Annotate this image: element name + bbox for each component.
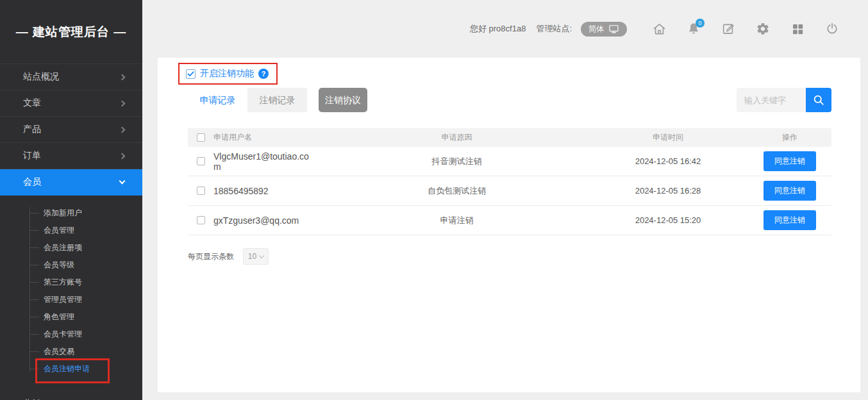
username-cell: VlgcMuser1@toutiao.com <box>213 151 315 172</box>
language-label: 简体 <box>588 24 604 35</box>
header-username: 申请用户名 <box>213 132 326 143</box>
search-button[interactable] <box>806 88 831 112</box>
notification-badge: 0 <box>696 19 705 28</box>
submenu-item[interactable]: 角色管理 <box>0 308 142 326</box>
sidebar-item[interactable]: 会员 <box>0 169 142 196</box>
sidebar-item-label: 产品 <box>23 124 41 135</box>
username-cell: gxTzguser3@qq.com <box>213 215 299 226</box>
sidebar-item-label: 订单 <box>23 150 41 162</box>
chevron-icon <box>119 153 126 159</box>
user-greeting: 您好 pro8cf1a8 <box>470 23 526 35</box>
enable-logout-label[interactable]: 开启注销功能 <box>200 68 254 79</box>
monitor-icon <box>608 24 619 34</box>
home-icon <box>652 22 667 37</box>
sidebar-item[interactable]: 订单 <box>0 143 142 169</box>
chevron-down-icon <box>259 253 264 258</box>
notifications-button[interactable]: 0 <box>686 21 701 37</box>
sidebar-item-distribution[interactable]: 分销 <box>0 390 142 400</box>
table-header-row: 申请用户名 申请原因 申请时间 操作 <box>188 128 831 147</box>
enable-logout-checkbox[interactable] <box>186 69 196 79</box>
search-icon <box>812 93 826 107</box>
reason-cell: 抖音测试注销 <box>326 156 588 167</box>
username-cell: 18856495892 <box>213 186 269 196</box>
logout-button[interactable] <box>824 21 840 37</box>
submenu-item-label: 角色管理 <box>44 312 74 321</box>
settings-button[interactable] <box>755 21 771 37</box>
approve-logout-button[interactable]: 同意注销 <box>764 181 816 201</box>
topbar: 您好 pro8cf1a8 管理站点: 简体 0 <box>142 0 868 58</box>
submenu-item-label: 添加新用户 <box>44 208 82 217</box>
submenu-item[interactable]: 会员卡管理 <box>0 326 142 343</box>
apps-button[interactable] <box>790 21 805 37</box>
chevron-icon <box>119 126 126 133</box>
submenu-item-label: 会员注销申请 <box>44 364 90 373</box>
gear-icon <box>756 22 770 36</box>
sidebar-item[interactable]: 产品 <box>0 117 142 143</box>
page-size-select[interactable]: 10 <box>243 248 269 265</box>
search-box <box>737 88 831 112</box>
content-card: 开启注销功能 ? 申请记录 注销记录 注销协议 申请用户 <box>158 58 860 392</box>
reason-cell: 申请注销 <box>326 215 588 226</box>
header-reason: 申请原因 <box>326 132 588 143</box>
time-cell: 2024-12-05 15:20 <box>588 215 748 225</box>
submenu-item[interactable]: 会员注册项 <box>0 239 142 256</box>
pagination: 每页显示条数 10 <box>188 248 269 265</box>
row-checkbox[interactable] <box>197 187 205 195</box>
chevron-icon <box>119 178 126 184</box>
power-icon <box>825 22 839 36</box>
submenu-item-label: 会员管理 <box>44 226 74 235</box>
chevron-icon <box>119 74 126 80</box>
submenu-item[interactable]: 管理员管理 <box>0 291 142 308</box>
home-button[interactable] <box>651 21 667 37</box>
apps-grid-icon <box>791 22 805 36</box>
select-all-checkbox[interactable] <box>197 133 205 142</box>
member-submenu: 添加新用户 会员管理 会员注册项 会员等级 第三方账号 管理员管理 角色管理 <box>0 196 142 390</box>
approve-logout-button[interactable]: 同意注销 <box>764 151 816 171</box>
submenu-item[interactable]: 会员管理 <box>0 222 142 239</box>
header-time: 申请时间 <box>588 132 748 143</box>
approve-logout-button[interactable]: 同意注销 <box>764 210 816 230</box>
submenu-item-label: 管理员管理 <box>44 295 82 304</box>
submenu-item-label: 第三方账号 <box>44 278 82 287</box>
row-checkbox[interactable] <box>197 157 205 165</box>
chevron-icon <box>119 100 126 106</box>
submenu-item-label: 会员交易 <box>44 347 74 356</box>
submenu-item[interactable]: 会员注销申请 <box>0 360 142 378</box>
header-action: 操作 <box>748 132 831 143</box>
tabs-row: 申请记录 注销记录 注销协议 <box>188 88 831 112</box>
table-row: gxTzguser3@qq.com 申请注销 2024-12-05 15:20 … <box>188 206 831 235</box>
sidebar-item[interactable]: 站点概况 <box>0 64 142 90</box>
tab[interactable]: 注销协议 <box>319 88 367 112</box>
page-size-label: 每页显示条数 <box>188 251 234 262</box>
edit-button[interactable] <box>721 21 736 37</box>
submenu-item-label: 会员注册项 <box>44 243 82 252</box>
sidebar-item-label: 文章 <box>23 97 41 109</box>
sidebar-item-label: 站点概况 <box>23 71 59 83</box>
page-size-value: 10 <box>248 252 256 261</box>
submenu-item-label: 会员卡管理 <box>44 329 82 338</box>
row-checkbox[interactable] <box>197 216 205 224</box>
time-cell: 2024-12-05 16:28 <box>588 186 748 196</box>
sidebar-item-label: 分销 <box>23 398 41 400</box>
logout-requests-table: 申请用户名 申请原因 申请时间 操作 VlgcMuser1@toutiao.co… <box>188 128 831 235</box>
table-row: 18856495892 自负包测试注销 2024-12-05 16:28 同意注… <box>188 176 831 206</box>
sidebar: — 建站管理后台 — 站点概况 文章 产品 订单 会员 <box>0 0 142 400</box>
submenu-item[interactable]: 第三方账号 <box>0 274 142 291</box>
sidebar-item-label: 会员 <box>23 176 41 188</box>
language-site-button[interactable]: 简体 <box>581 22 627 37</box>
tab[interactable]: 申请记录 <box>188 88 247 112</box>
submenu-item[interactable]: 会员交易 <box>0 343 142 360</box>
search-input[interactable] <box>737 88 806 112</box>
submenu-item[interactable]: 会员等级 <box>0 256 142 274</box>
edit-icon <box>721 22 735 36</box>
tab[interactable]: 注销记录 <box>247 88 307 112</box>
help-icon[interactable]: ? <box>258 69 269 79</box>
manage-site-label: 管理站点: <box>536 23 572 35</box>
app-title: — 建站管理后台 — <box>0 0 142 64</box>
submenu-item[interactable]: 添加新用户 <box>0 204 142 222</box>
enable-logout-annotation-box: 开启注销功能 ? <box>178 63 278 85</box>
sidebar-item[interactable]: 文章 <box>0 90 142 117</box>
table-row: VlgcMuser1@toutiao.com 抖音测试注销 2024-12-05… <box>188 147 831 176</box>
submenu-item-label: 会员等级 <box>44 260 74 269</box>
time-cell: 2024-12-05 16:42 <box>588 156 748 166</box>
